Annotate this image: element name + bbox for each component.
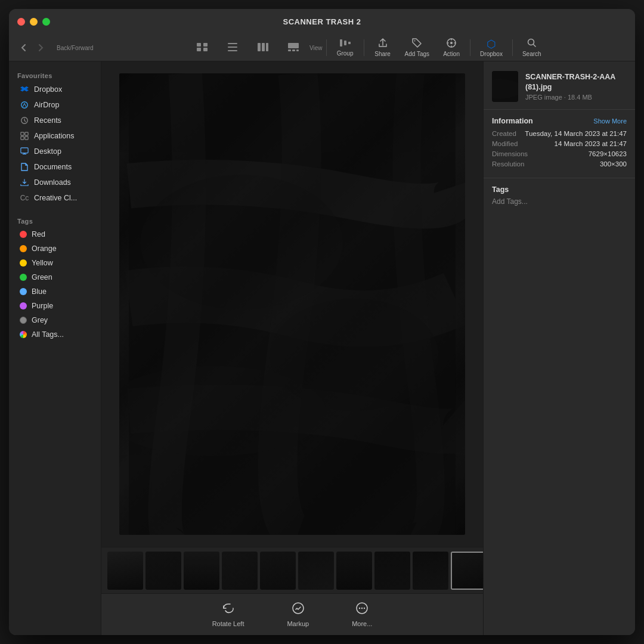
share-button[interactable]: Share <box>368 36 398 60</box>
sidebar-label-documents: Documents <box>34 163 72 171</box>
forward-button[interactable] <box>33 39 49 56</box>
icon-view-icon <box>197 43 208 53</box>
toolbar-tools: View Group <box>106 36 629 60</box>
sidebar-item-creative-cloud[interactable]: Cc Creative Cl... <box>11 190 98 206</box>
sidebar-tag-blue[interactable]: Blue <box>11 284 98 299</box>
sidebar-item-downloads[interactable]: Downloads <box>11 175 98 190</box>
list-view-button[interactable] <box>218 41 247 55</box>
maximize-button[interactable] <box>42 18 50 26</box>
search-button[interactable]: Search <box>516 36 547 60</box>
search-label: Search <box>522 51 541 57</box>
search-icon <box>527 38 537 49</box>
rotate-left-button[interactable]: Rotate Left <box>203 597 254 632</box>
filmstrip-thumb-8[interactable] <box>374 552 410 590</box>
icon-view-button[interactable] <box>187 41 217 55</box>
filmstrip-thumb-3[interactable] <box>184 552 219 590</box>
tag-icon <box>412 38 422 49</box>
airdrop-icon <box>20 100 29 110</box>
info-row-created: Created Tuesday, 14 March 2023 at 21:47 <box>492 130 627 137</box>
add-tags-field[interactable]: Add Tags... <box>492 197 627 206</box>
bottom-action-bar: Rotate Left Markup <box>101 593 483 635</box>
sidebar-item-documents[interactable]: Documents <box>11 159 98 175</box>
sidebar-tag-red[interactable]: Red <box>11 227 98 242</box>
sidebar-tag-purple[interactable]: Purple <box>11 299 98 313</box>
filmstrip <box>101 547 483 593</box>
action-label: Action <box>443 51 460 57</box>
desktop-icon <box>20 147 29 156</box>
column-view-button[interactable] <box>248 41 278 55</box>
dropbox-icon: ⬡ <box>487 39 496 49</box>
svg-rect-4 <box>228 43 237 44</box>
tags-section: Tags <box>9 213 101 227</box>
svg-rect-2 <box>197 48 201 51</box>
main-content: Favourites Dropbox AirDrop <box>9 61 635 635</box>
tag-label-yellow: Yellow <box>32 259 53 267</box>
filmstrip-thumb-1[interactable] <box>107 552 143 590</box>
orange-dot <box>20 245 27 252</box>
sidebar-tag-yellow[interactable]: Yellow <box>11 256 98 270</box>
image-preview[interactable] <box>101 61 483 547</box>
sidebar-tag-all[interactable]: All Tags... <box>11 327 98 342</box>
tag-label-orange: Orange <box>32 244 57 253</box>
sidebar-label-applications: Applications <box>34 132 74 140</box>
show-more-button[interactable]: Show More <box>593 117 627 125</box>
svg-point-35 <box>361 608 363 609</box>
group-button[interactable]: Group <box>330 36 360 59</box>
sidebar-item-desktop[interactable]: Desktop <box>11 144 98 159</box>
more-icon <box>355 602 369 618</box>
svg-rect-8 <box>262 43 265 51</box>
list-view-icon <box>228 43 237 53</box>
sidebar-tag-green[interactable]: Green <box>11 270 98 284</box>
more-button[interactable]: More... <box>342 597 382 632</box>
svg-point-32 <box>293 603 304 614</box>
sidebar-item-applications[interactable]: Applications <box>11 128 98 144</box>
sidebar-item-dropbox[interactable]: Dropbox <box>11 82 98 97</box>
close-button[interactable] <box>17 18 25 26</box>
back-button[interactable] <box>15 39 32 56</box>
inspector-panel: SCANNER-TRASH-2-AAA (81).jpg JPEG image … <box>483 61 635 635</box>
filmstrip-thumb-10-active[interactable] <box>451 552 483 590</box>
view-label: View <box>309 45 323 51</box>
preview-area: Rotate Left Markup <box>101 61 483 635</box>
divider-4 <box>512 39 513 56</box>
toolbar-bottom: Back/Forward <box>9 35 635 61</box>
sidebar-item-recents[interactable]: Recents <box>11 113 98 128</box>
svg-point-17 <box>414 41 416 42</box>
grey-dot <box>20 317 27 324</box>
svg-point-36 <box>364 608 365 609</box>
file-name: SCANNER-TRASH-2-AAA (81).jpg <box>525 72 627 92</box>
all-tags-dot <box>20 331 27 338</box>
filmstrip-thumb-4[interactable] <box>222 552 258 590</box>
svg-rect-3 <box>203 48 208 51</box>
filmstrip-thumb-5[interactable] <box>260 552 296 590</box>
filmstrip-thumb-7[interactable] <box>336 552 372 590</box>
purple-dot <box>20 302 27 309</box>
svg-point-21 <box>21 102 28 109</box>
rotate-left-icon <box>222 602 235 618</box>
dropbox-button[interactable]: ⬡ Dropbox <box>474 36 509 60</box>
markup-button[interactable]: Markup <box>277 597 318 632</box>
dropbox-label: Dropbox <box>480 51 503 57</box>
back-forward-label: Back/Forward <box>57 45 94 51</box>
action-button[interactable]: Action <box>436 36 466 60</box>
minimize-button[interactable] <box>30 18 38 26</box>
dropbox-sidebar-icon <box>20 85 29 94</box>
gallery-view-button[interactable] <box>278 41 308 55</box>
filmstrip-thumb-6[interactable] <box>298 552 334 590</box>
red-dot <box>20 231 27 238</box>
svg-rect-27 <box>21 148 28 153</box>
filmstrip-thumb-9[interactable] <box>413 552 448 590</box>
sidebar-tag-orange[interactable]: Orange <box>11 242 98 256</box>
divider-2 <box>364 39 364 56</box>
share-label: Share <box>374 51 391 57</box>
resolution-value: 300×300 <box>600 160 627 168</box>
finder-window: SCANNER TRASH 2 Back/Forward <box>9 9 635 635</box>
sidebar-item-airdrop[interactable]: AirDrop <box>11 97 98 113</box>
filmstrip-thumb-2[interactable] <box>145 552 181 590</box>
sidebar-tag-grey[interactable]: Grey <box>11 313 98 327</box>
sidebar-label-creative-cloud: Creative Cl... <box>34 194 77 202</box>
group-label: Group <box>337 50 354 57</box>
add-tags-button[interactable]: Add Tags <box>399 36 436 60</box>
divider-3 <box>470 39 470 56</box>
resolution-key: Resolution <box>492 160 524 168</box>
